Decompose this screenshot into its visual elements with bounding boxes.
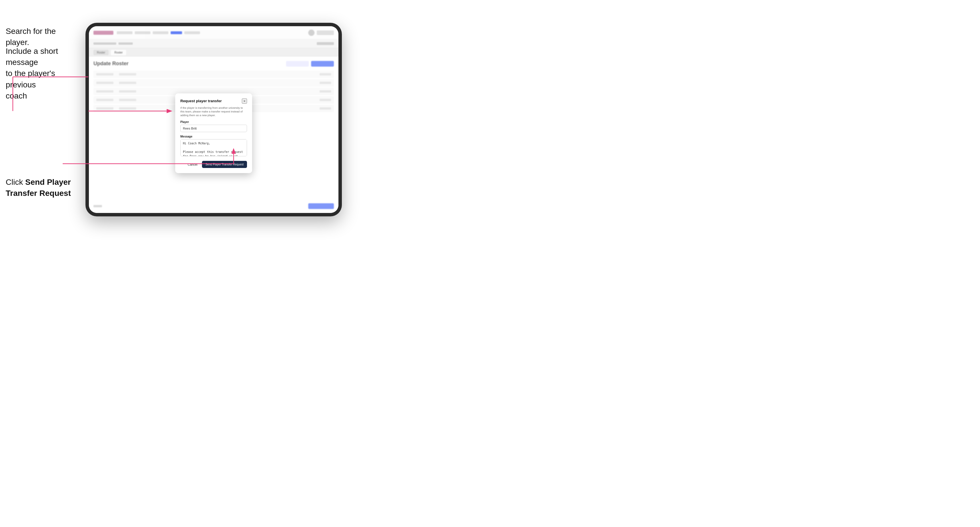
annotation-search: Search for the player. [6,25,80,48]
transfer-request-modal: Request player transfer × If the player … [175,93,252,173]
nav-item-3 [153,31,169,34]
player-field-label: Player [180,121,247,124]
cell-right-4 [320,99,331,101]
action-btn-primary [311,61,334,67]
table-row-1 [94,71,334,78]
main-content: Update Roster [89,57,339,213]
cell-right-3 [320,90,331,92]
cell-10 [119,107,136,110]
footer-text [94,205,102,207]
modal-description: If the player is transferring from anoth… [180,106,247,117]
tablet-device: Roster Roster Update Roster [86,23,342,216]
cell-4 [119,82,136,84]
player-search-input[interactable] [180,125,247,132]
tablet-screen: Roster Roster Update Roster [89,26,339,213]
message-field-label: Message [180,135,247,138]
annotation-message: Include a short messageto the player's p… [6,46,83,102]
cell-5 [96,90,113,92]
cell-8 [119,99,136,101]
modal-footer: Cancel Send Player Transfer Request [180,161,247,168]
nav-item-5 [184,31,200,34]
send-transfer-request-button[interactable]: Send Player Transfer Request [202,161,247,168]
message-textarea[interactable]: Hi Coach McHarg, Please accept this tran… [180,139,247,156]
modal-header: Request player transfer × [180,98,247,103]
table-row-2 [94,79,334,87]
page-actions [286,61,334,67]
page-title: Update Roster [94,60,129,67]
modal-title: Request player transfer [180,99,222,103]
cell-right-5 [320,107,331,110]
cell-3 [96,82,113,84]
user-avatar [308,30,315,36]
cell-right-2 [320,82,331,84]
header-logo [94,31,113,35]
action-btn-1 [286,61,309,67]
cancel-button[interactable]: Cancel [185,162,200,168]
nav-item-active [171,31,182,34]
header-action-btn [317,30,334,35]
breadcrumb-item-1 [94,43,116,45]
sub-header-action [317,42,334,45]
header-nav [117,31,305,34]
page-title-row: Update Roster [94,60,334,67]
header-right [308,30,334,36]
sub-header [89,39,339,48]
modal-close-button[interactable]: × [242,98,247,103]
tabs-row: Roster Roster [89,48,339,57]
app-header [89,26,339,39]
cell-2 [119,73,136,75]
cell-6 [119,90,136,92]
tab-1: Roster [94,50,108,55]
cell-1 [96,73,113,75]
nav-item-2 [135,31,150,34]
cell-right-1 [320,73,331,75]
breadcrumb-item-2 [119,43,133,45]
cell-7 [96,99,113,101]
annotation-click: Click Send Player Transfer Request [6,176,83,199]
footer-row [94,203,334,209]
nav-item-1 [117,31,132,34]
cell-9 [96,107,113,110]
tab-2-active: Roster [111,50,126,55]
footer-save-btn [308,203,334,209]
